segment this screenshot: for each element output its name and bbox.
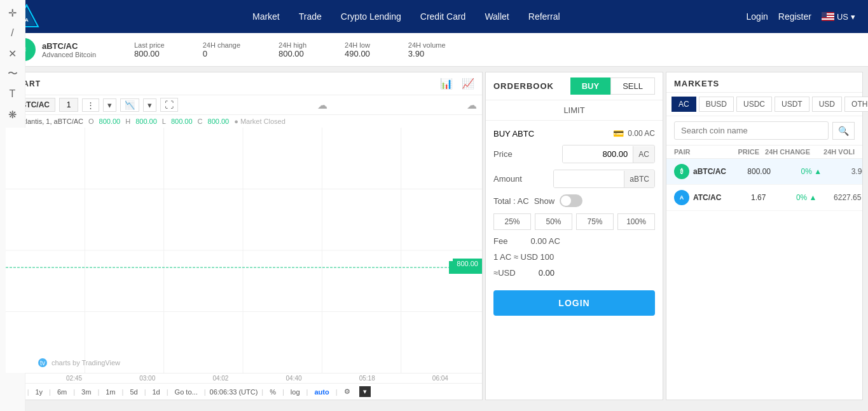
market-tab-busd[interactable]: BUSD xyxy=(699,97,734,112)
ticker-change-value: 0 xyxy=(203,49,240,58)
ob-pct-25[interactable]: 25% xyxy=(493,213,531,230)
ob-total-row: Total : AC Show xyxy=(493,194,655,207)
svg-text:A: A xyxy=(25,17,29,23)
nav-wallet[interactable]: Wallet xyxy=(485,11,509,22)
bottom-control-1d[interactable]: 1d xyxy=(150,387,163,396)
bottom-control-1y[interactable]: 1y xyxy=(32,387,45,396)
chart-line-icon[interactable]: 📈 xyxy=(459,76,477,91)
ob-amount-input-wrap: aBTC xyxy=(553,170,655,188)
nav-trade[interactable]: Trade xyxy=(299,11,322,22)
chart-indicator-btn[interactable]: 📉 xyxy=(120,98,139,112)
ob-amount-currency: aBTC xyxy=(624,171,654,187)
time-label-0: 02:45 xyxy=(66,375,82,382)
ob-pct-100[interactable]: 100% xyxy=(617,213,655,230)
price-abtc: 800.00 xyxy=(726,167,771,176)
chart-fullscreen-btn[interactable]: ⛶ xyxy=(160,98,178,112)
market-tab-other[interactable]: OTHER xyxy=(844,97,868,112)
ob-price-currency: AC xyxy=(633,146,654,163)
ob-buy-heading-row: BUY ABTC 💳 0.00 AC xyxy=(493,128,655,138)
market-tab-usd[interactable]: USD xyxy=(812,97,842,112)
nav-crypto-lending[interactable]: Crypto Lending xyxy=(341,11,401,22)
ob-amount-label: Amount xyxy=(493,174,522,184)
nav-referral[interactable]: Referral xyxy=(528,11,560,22)
region-selector[interactable]: US ▾ xyxy=(822,12,855,22)
markets-table-body: ₿ aBTC/AC 800.00 0% 3.90 A ATC/AC 1.67 0… xyxy=(666,159,862,400)
market-tab-ac[interactable]: AC xyxy=(672,97,696,112)
ob-total-label: Total : AC xyxy=(493,196,529,206)
bottom-control-1m[interactable]: 1m xyxy=(103,387,118,396)
bottom-control-3m[interactable]: 3m xyxy=(79,387,93,396)
orderbook-title: ORDERBOOK xyxy=(493,81,554,91)
markets-search-input[interactable] xyxy=(674,121,829,140)
ohlc-open-value: 800.00 xyxy=(99,118,121,125)
ticker-pair-info: aBTC/AC Advanced Bitcoin xyxy=(42,41,96,58)
ob-balance: 💳 0.00 AC xyxy=(613,128,655,138)
ob-toggle[interactable] xyxy=(560,194,582,207)
ticker-high-label: 24H high xyxy=(279,41,307,49)
col-change: 24H CHANGE xyxy=(759,148,810,156)
ob-amount-input[interactable] xyxy=(554,170,624,187)
ob-balance-value: 0.00 AC xyxy=(628,129,655,138)
ob-price-row: Price AC xyxy=(493,145,655,163)
ob-login-btn[interactable]: LOGIN xyxy=(493,290,655,316)
vol-abtc: 3.90 xyxy=(822,167,862,176)
chart-header-icons: 📊 📈 xyxy=(437,76,477,91)
ticker-low-label: 24H low xyxy=(345,41,370,49)
chart-bar-icon[interactable]: 📊 xyxy=(437,76,455,91)
chart-interval-input[interactable] xyxy=(59,98,78,112)
chart-indicator-down-btn[interactable]: ▾ xyxy=(143,98,156,112)
nav-credit-card[interactable]: Credit Card xyxy=(420,11,466,22)
bottom-collapse-btn[interactable]: ▾ xyxy=(359,386,371,397)
chart-bottom-bar: 5y | 1y | 6m | 3m | 1m | 5d | 1d | Go to… xyxy=(6,383,482,400)
market-tab-usdt[interactable]: USDT xyxy=(775,97,809,112)
ob-usd-rate-row: 1 AC ≈ USD 100 xyxy=(493,252,655,262)
bottom-control-auto[interactable]: auto xyxy=(312,387,331,396)
chart-drawing-down-btn[interactable]: ▾ xyxy=(103,98,116,112)
bottom-control-settings[interactable]: ⚙ xyxy=(341,387,353,396)
market-tab-usdc[interactable]: USDC xyxy=(736,97,772,112)
ob-pct-row: 25% 50% 75% 100% xyxy=(493,213,655,230)
ob-buy-heading: BUY ABTC xyxy=(493,129,534,138)
register-link[interactable]: Register xyxy=(778,11,811,22)
nav-market[interactable]: Market xyxy=(252,11,280,22)
ob-price-input-wrap: AC xyxy=(562,145,655,163)
bottom-control-6m[interactable]: 6m xyxy=(55,387,69,396)
ticker-volume-value: 3.90 xyxy=(408,49,446,58)
sell-tab-btn[interactable]: SELL xyxy=(610,77,655,95)
bottom-control-pct[interactable]: % xyxy=(267,387,279,396)
market-row-atc[interactable]: A ATC/AC 1.67 0% 6227.65 xyxy=(666,185,862,211)
chart-cloud-down-btn[interactable]: ☁ xyxy=(467,99,477,111)
buy-tab-btn[interactable]: BUY xyxy=(570,77,610,95)
ticker-high-value: 800.00 xyxy=(279,49,307,58)
ticker-volume: 24H volume 3.90 xyxy=(408,41,446,58)
ob-price-input[interactable] xyxy=(563,145,633,163)
ticker-bar: ₿ aBTC/AC Advanced Bitcoin Last price 80… xyxy=(0,33,868,67)
ohlc-low-label: L xyxy=(162,118,166,125)
markets-search-btn[interactable]: 🔍 xyxy=(832,122,855,140)
svg-rect-7 xyxy=(822,18,834,20)
chart-drawing-btn[interactable]: ⋮ xyxy=(82,98,99,112)
time-label-5: 06:04 xyxy=(432,375,448,382)
ohlc-open-label: O xyxy=(88,118,94,125)
pair-icon-atc: A xyxy=(674,190,689,205)
ticker-change: 24H change 0 xyxy=(203,41,240,58)
ticker-last-price-value: 800.00 xyxy=(134,49,165,58)
ticker-low: 24H low 490.00 xyxy=(345,41,370,58)
vol-atc: 6227.65 xyxy=(816,193,861,202)
market-row-abtc[interactable]: ₿ aBTC/AC 800.00 0% 3.90 xyxy=(666,159,862,185)
time-label-4: 05:18 xyxy=(359,375,375,382)
login-link[interactable]: Login xyxy=(747,11,768,22)
search-icon: 🔍 xyxy=(838,126,849,136)
bottom-control-5d[interactable]: 5d xyxy=(127,387,140,396)
region-chevron-icon: ▾ xyxy=(851,12,855,22)
orderbook-header: ORDERBOOK BUY SELL xyxy=(486,72,663,100)
chart-cloud-up-btn[interactable]: ☁ xyxy=(317,99,327,111)
ticker-change-label: 24H change xyxy=(203,41,240,49)
ob-pct-50[interactable]: 50% xyxy=(535,213,572,230)
ob-pct-75[interactable]: 75% xyxy=(576,213,614,230)
svg-rect-8 xyxy=(822,12,827,17)
bottom-control-goto[interactable]: Go to... xyxy=(172,387,200,396)
bottom-control-log[interactable]: log xyxy=(288,387,303,396)
ticker-pair-name: aBTC/AC xyxy=(42,41,96,51)
ohlc-close-value: 800.00 xyxy=(208,118,230,125)
